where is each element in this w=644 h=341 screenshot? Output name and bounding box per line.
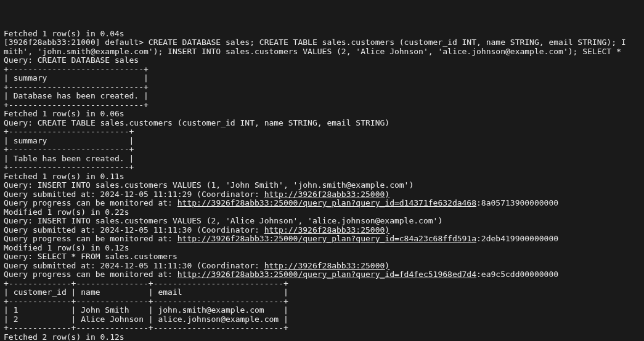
line-border: +-------------+---------------+---------… [4,279,288,288]
line-query4: Query: INSERT INTO sales.customers VALUE… [4,216,442,225]
line-submitted3-pre: Query submitted at: 2024-12-05 11:11:30 … [4,261,264,270]
line-border: +----------------------------+ [4,100,149,110]
line-progress1-post: :8a05713900000000 [476,198,558,207]
line-progress3-post: :ea9c5cdd00000000 [476,270,558,279]
line-row: | Table has been created. | [4,154,134,163]
progress-link-2[interactable]: http://3926f28abb33:25000/query_plan?que… [177,234,476,243]
line-border: +-------------+---------------+---------… [4,297,288,306]
line-modified-1: Modified 1 row(s) in 0.22s [4,207,129,217]
progress-link-3[interactable]: http://3926f28abb33:25000/query_plan?que… [177,270,476,279]
coordinator-link-1[interactable]: http://3926f28abb33:25000) [264,190,390,199]
line-input-cont1: mith', 'john.smith@example.com'); INSERT… [4,47,621,56]
terminal-output[interactable]: Fetched 1 row(s) in 0.04s [3926f28abb33:… [0,18,644,341]
line-prompt-input: [3926f28abb33:21000] default> CREATE DAT… [4,38,626,47]
line-header: | summary | [4,73,149,82]
line-fetched-1: Fetched 1 row(s) in 0.06s [4,109,124,118]
line-query3: Query: INSERT INTO sales.customers VALUE… [4,180,414,190]
line-submitted2-pre: Query submitted at: 2024-12-05 11:11:30 … [4,225,264,235]
line-border: +----------------------------+ [4,82,149,92]
line-progress1-pre: Query progress can be monitored at: [4,198,177,207]
line-border: +-------------------------+ [4,145,134,154]
line-progress3-pre: Query progress can be monitored at: [4,270,177,279]
line-table-row1: | 1 | John Smith | john.smith@example.co… [4,305,288,315]
line-header: | summary | [4,136,134,145]
coordinator-link-2[interactable]: http://3926f28abb33:25000) [264,225,390,235]
line-table-header: | customer_id | name | email | [4,287,288,297]
line-border: +-------------------------+ [4,162,134,172]
coordinator-link-3[interactable]: http://3926f28abb33:25000) [264,261,390,270]
line-border: +-------------------------+ [4,127,134,136]
line-progress2-post: :2deb419900000000 [476,234,558,243]
progress-link-1[interactable]: http://3926f28abb33:25000/query_plan?que… [177,198,476,207]
line-query5: Query: SELECT * FROM sales.customers [4,252,177,261]
line-row: | Database has been created. | [4,91,149,100]
line-table-row2: | 2 | Alice Johnson | alice.johnson@exam… [4,315,288,324]
line-submitted1-pre: Query submitted at: 2024-12-05 11:11:29 … [4,190,264,199]
line-query1: Query: CREATE DATABASE sales [4,55,139,65]
line-border: +-------------+---------------+---------… [4,323,288,332]
line-fetched-3: Fetched 2 row(s) in 0.12s [4,332,124,342]
line-query2: Query: CREATE TABLE sales.customers (cus… [4,118,389,127]
line-progress2-pre: Query progress can be monitored at: [4,234,177,243]
line-fetched-2: Fetched 1 row(s) in 0.11s [4,172,124,181]
line-border: +----------------------------+ [4,65,149,74]
line-fetched-0: Fetched 1 row(s) in 0.04s [4,29,124,38]
line-modified-2: Modified 1 row(s) in 0.12s [4,243,129,252]
